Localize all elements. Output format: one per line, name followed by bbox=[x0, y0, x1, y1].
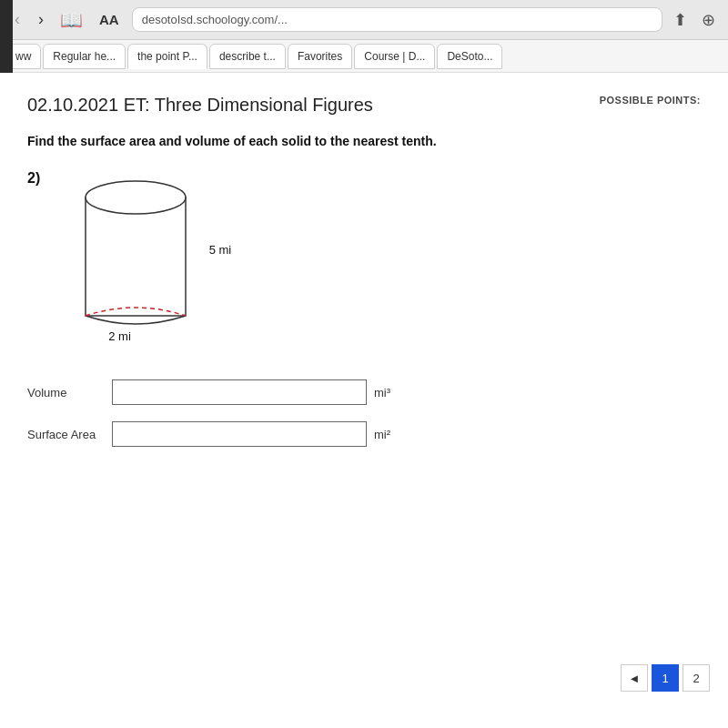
volume-label: Volume bbox=[27, 386, 105, 399]
question-area: 2) 5 mi 2 mi bbox=[27, 170, 701, 352]
cylinder-svg bbox=[49, 170, 231, 352]
browser-bar: ‹ › 📖 AA desotoIsd.schoology.com/... ⬆ ⊕ bbox=[0, 0, 728, 40]
tab-favorites[interactable]: Favorites bbox=[288, 44, 352, 69]
url-bar[interactable]: desotoIsd.schoology.com/... bbox=[132, 7, 662, 32]
surface-area-label: Surface Area bbox=[27, 428, 105, 441]
fields-area: Volume mi³ Surface Area mi² bbox=[27, 379, 701, 447]
prev-page-button[interactable]: ◄ bbox=[621, 664, 648, 692]
possible-points: POSSIBLE POINTS: bbox=[600, 95, 701, 106]
volume-field-row: Volume mi³ bbox=[27, 379, 701, 405]
tab-point[interactable]: the point P... bbox=[127, 44, 207, 69]
cylinder-diagram: 5 mi 2 mi bbox=[49, 170, 231, 352]
radius-label: 2 mi bbox=[108, 329, 131, 343]
question-number: 2) bbox=[27, 170, 40, 187]
svg-point-1 bbox=[86, 181, 186, 214]
surface-area-field-row: Surface Area mi² bbox=[27, 421, 701, 447]
tabs-bar: ww Regular he... the point P... describe… bbox=[0, 40, 728, 73]
question-instruction: Find the surface area and volume of each… bbox=[27, 134, 701, 148]
tab-course[interactable]: Course | D... bbox=[354, 44, 435, 69]
forward-button[interactable]: › bbox=[33, 6, 49, 33]
tab-regular[interactable]: Regular he... bbox=[43, 44, 126, 69]
volume-input[interactable] bbox=[112, 379, 367, 405]
surface-area-input[interactable] bbox=[112, 421, 367, 447]
height-label: 5 mi bbox=[209, 243, 232, 257]
svg-rect-0 bbox=[86, 197, 186, 316]
page-2-button[interactable]: 2 bbox=[682, 664, 710, 692]
page-1-button[interactable]: 1 bbox=[652, 664, 679, 692]
main-content: 02.10.2021 ET: Three Dimensional Figures… bbox=[0, 73, 728, 728]
bookmarks-icon: 📖 bbox=[56, 9, 86, 31]
surface-area-unit: mi² bbox=[374, 428, 390, 441]
more-icon[interactable]: ⊕ bbox=[698, 10, 719, 30]
pagination: ◄ 1 2 bbox=[621, 664, 710, 692]
volume-unit: mi³ bbox=[374, 386, 390, 399]
aa-button[interactable]: AA bbox=[94, 8, 125, 31]
tab-describe[interactable]: describe t... bbox=[209, 44, 286, 69]
share-icon[interactable]: ⬆ bbox=[670, 10, 691, 30]
tab-desoto[interactable]: DeSoto... bbox=[437, 44, 502, 69]
